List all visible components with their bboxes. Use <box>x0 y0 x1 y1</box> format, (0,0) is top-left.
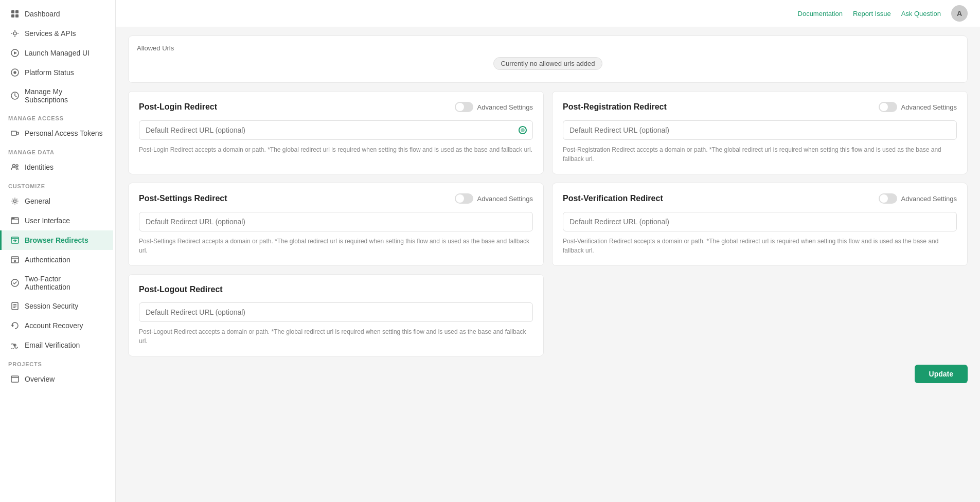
sidebar-label-launch: Launch Managed UI <box>25 49 90 57</box>
sidebar-label-dashboard: Dashboard <box>25 10 60 18</box>
sidebar-label-browser-redirects: Browser Redirects <box>25 236 88 244</box>
sidebar-item-services-apis[interactable]: Services & APIs <box>2 24 113 43</box>
post-verification-advanced-row: Advanced Settings <box>879 193 957 204</box>
svg-point-8 <box>14 71 16 74</box>
post-settings-input-wrapper <box>139 212 533 231</box>
allowed-urls-section: Allowed Urls Currently no allowed urls a… <box>128 35 968 83</box>
post-logout-input[interactable] <box>139 302 533 322</box>
sidebar-label-session: Session Security <box>25 302 78 310</box>
post-verification-header: Post-Verification Redirect Advanced Sett… <box>563 193 957 204</box>
sidebar-label-pat: Personal Access Tokens <box>25 129 103 137</box>
sidebar-label-overview: Overview <box>25 375 55 383</box>
sidebar-label-platform-status: Platform Status <box>25 68 74 77</box>
post-login-description: Post-Login Redirect accepts a domain or … <box>139 145 533 154</box>
sidebar-item-user-interface[interactable]: User Interface <box>2 211 113 230</box>
post-registration-input-wrapper <box>563 120 957 140</box>
post-settings-card: Post-Settings Redirect Advanced Settings… <box>128 183 544 266</box>
post-verification-input-wrapper <box>563 212 957 231</box>
svg-rect-24 <box>11 376 19 382</box>
section-customize: CUSTOMIZE <box>0 177 115 191</box>
sidebar-item-launch-managed-ui[interactable]: Launch Managed UI <box>2 43 113 63</box>
documentation-link[interactable]: Documentation <box>798 10 843 17</box>
post-registration-description: Post-Registration Redirect accepts a dom… <box>563 145 957 164</box>
svg-rect-11 <box>16 132 19 134</box>
post-settings-header: Post-Settings Redirect Advanced Settings <box>139 193 533 204</box>
post-registration-toggle[interactable] <box>879 102 897 112</box>
post-verification-advanced-label: Advanced Settings <box>901 195 957 203</box>
sidebar-item-overview[interactable]: Overview <box>2 369 113 389</box>
svg-point-20 <box>14 260 16 262</box>
sidebar-item-browser-redirects[interactable]: Browser Redirects <box>0 230 113 250</box>
post-login-input-icon <box>518 125 528 135</box>
post-logout-input-wrapper <box>139 302 533 322</box>
redirect-middle-grid: Post-Settings Redirect Advanced Settings… <box>128 183 968 266</box>
sidebar-item-session-security[interactable]: Session Security <box>2 296 113 316</box>
svg-rect-1 <box>15 10 19 13</box>
svg-rect-3 <box>15 14 19 17</box>
update-button[interactable]: Update <box>915 365 968 383</box>
post-login-input-wrapper <box>139 120 533 140</box>
key-icon <box>10 129 20 138</box>
no-urls-badge: Currently no allowed urls added <box>493 57 603 70</box>
session-icon <box>10 301 20 311</box>
post-registration-advanced-label: Advanced Settings <box>901 103 957 111</box>
recovery-icon <box>10 321 20 330</box>
post-verification-card: Post-Verification Redirect Advanced Sett… <box>552 183 968 266</box>
redirect-top-grid: Post-Login Redirect Advanced Settings Po… <box>128 91 968 174</box>
post-registration-title: Post-Registration Redirect <box>563 102 667 112</box>
svg-point-13 <box>16 165 18 167</box>
sidebar-item-identities[interactable]: Identities <box>2 157 113 177</box>
sidebar-label-general: General <box>25 197 50 205</box>
svg-rect-2 <box>11 14 14 17</box>
post-logout-title: Post-Logout Redirect <box>139 285 223 294</box>
post-settings-input[interactable] <box>139 212 533 231</box>
post-verification-input[interactable] <box>563 212 957 231</box>
post-login-toggle[interactable] <box>455 102 473 112</box>
sidebar-label-email-verification: Email Verification <box>25 341 80 349</box>
post-settings-advanced-label: Advanced Settings <box>477 195 533 203</box>
report-issue-link[interactable]: Report Issue <box>853 10 891 17</box>
main-content: Documentation Report Issue Ask Question … <box>116 0 980 502</box>
post-settings-advanced-row: Advanced Settings <box>455 193 533 204</box>
sidebar-item-general[interactable]: General <box>2 191 113 211</box>
post-login-advanced-label: Advanced Settings <box>477 103 533 111</box>
post-verification-description: Post-Verification Redirect accepts a dom… <box>563 237 957 255</box>
sidebar-label-ui: User Interface <box>25 217 70 225</box>
sidebar-item-dashboard[interactable]: Dashboard <box>2 4 113 24</box>
post-logout-description: Post-Logout Redirect accepts a domain or… <box>139 327 533 346</box>
post-settings-toggle[interactable] <box>455 193 473 204</box>
redirect-icon <box>10 236 20 245</box>
svg-point-12 <box>13 165 15 167</box>
post-login-input[interactable] <box>139 120 533 140</box>
post-login-title: Post-Login Redirect <box>139 102 217 112</box>
post-settings-description: Post-Settings Redirect accepts a domain … <box>139 237 533 255</box>
update-button-row: Update <box>128 365 968 383</box>
services-icon <box>10 29 20 38</box>
sidebar-item-two-factor[interactable]: Two-Factor Authentication <box>2 270 113 296</box>
sidebar-item-email-verification[interactable]: Email Verification <box>2 335 113 355</box>
sidebar-label-recovery: Account Recovery <box>25 321 83 330</box>
sidebar-item-account-recovery[interactable]: Account Recovery <box>2 316 113 335</box>
avatar[interactable]: A <box>951 5 968 22</box>
svg-marker-6 <box>14 51 17 55</box>
svg-point-4 <box>13 32 16 35</box>
dashboard-icon <box>10 9 20 19</box>
sidebar-item-personal-access-tokens[interactable]: Personal Access Tokens <box>2 123 113 143</box>
sidebar-label-auth: Authentication <box>25 256 70 264</box>
sidebar-item-subscriptions[interactable]: Manage My Subscriptions <box>2 82 113 109</box>
gear-icon <box>10 196 20 206</box>
post-verification-toggle[interactable] <box>879 193 897 204</box>
sidebar-label-identities: Identities <box>25 163 54 171</box>
sidebar-label-services: Services & APIs <box>25 29 76 38</box>
content-area: Allowed Urls Currently no allowed urls a… <box>116 27 980 404</box>
auth-icon <box>10 255 20 264</box>
sidebar-item-platform-status[interactable]: Platform Status <box>2 63 113 82</box>
sidebar-item-authentication[interactable]: Authentication <box>2 250 113 270</box>
svg-point-14 <box>14 200 16 203</box>
post-login-header: Post-Login Redirect Advanced Settings <box>139 102 533 112</box>
section-manage-access: MANAGE ACCESS <box>0 109 115 123</box>
post-registration-advanced-row: Advanced Settings <box>879 102 957 112</box>
post-registration-input[interactable] <box>563 120 957 140</box>
ask-question-link[interactable]: Ask Question <box>901 10 941 17</box>
sidebar-label-2fa: Two-Factor Authentication <box>25 275 105 291</box>
